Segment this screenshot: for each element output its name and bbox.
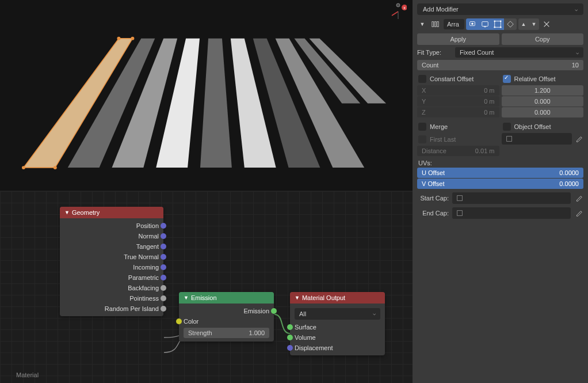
socket-random-island[interactable]: Random Per Island (60, 304, 163, 314)
editor-type-label: Material (16, 371, 39, 378)
eyedropper-icon[interactable] (574, 208, 583, 218)
socket-incoming[interactable]: Incoming (60, 262, 163, 272)
svg-point-19 (396, 3, 400, 7)
merge-checkbox[interactable]: Merge (417, 120, 499, 133)
viewport-3d[interactable]: x (0, 0, 413, 191)
apply-button[interactable]: Apply (417, 33, 499, 45)
socket-emission-out[interactable]: Emission (179, 306, 274, 316)
end-cap-field[interactable] (452, 207, 571, 219)
node-header[interactable]: ▼ Emission (179, 292, 274, 304)
socket-pointiness[interactable]: Pointiness (60, 293, 163, 304)
socket-position[interactable]: Position (60, 221, 163, 231)
svg-rect-37 (457, 211, 463, 216)
eyedropper-icon[interactable] (574, 134, 583, 143)
socket-surface[interactable]: Surface (290, 322, 385, 332)
svg-rect-26 (484, 26, 486, 27)
distance-field[interactable]: Distance0.01 m (417, 146, 499, 156)
collapse-icon[interactable]: ▼ (184, 295, 189, 301)
add-modifier-dropdown[interactable]: Add Modifier⌵ (417, 3, 583, 15)
node-title: Geometry (72, 209, 100, 216)
mode-editmode-toggle[interactable] (491, 18, 504, 30)
socket-volume[interactable]: Volume (290, 332, 385, 343)
strength-field[interactable]: Strength 1.000 (184, 328, 269, 338)
collapse-icon[interactable]: ▼ (64, 210, 70, 215)
socket-tangent[interactable]: Tangent (60, 241, 163, 252)
v-offset-field[interactable]: V Offset0.0000 (417, 179, 583, 189)
viewport-render (0, 0, 413, 191)
const-x-field[interactable]: X0 m (417, 85, 499, 96)
node-geometry[interactable]: ▼ Geometry Position Normal Tangent True … (60, 207, 163, 316)
fit-type-label: Fit Type: (417, 49, 452, 56)
socket-backfacing[interactable]: Backfacing (60, 283, 163, 293)
end-cap-label: End Cap: (417, 210, 449, 217)
node-title: Emission (191, 294, 217, 301)
mode-realtime-toggle[interactable] (479, 18, 491, 30)
socket-color-in[interactable]: Color (179, 316, 274, 327)
mode-cage-toggle[interactable] (504, 18, 517, 30)
rel-y-field[interactable]: 0.000 (502, 96, 584, 107)
collapse-icon[interactable]: ▼ (295, 295, 300, 301)
svg-marker-8 (200, 39, 232, 168)
object-offset-checkbox[interactable]: Object Offset (502, 120, 584, 133)
u-offset-field[interactable]: U Offset0.0000 (417, 168, 583, 178)
node-material-output[interactable]: ▼ Material Output All⌵ Surface Volume Di… (290, 292, 385, 355)
svg-rect-25 (482, 22, 488, 26)
svg-point-3 (131, 37, 134, 40)
mode-render-toggle[interactable] (466, 18, 479, 30)
node-header[interactable]: ▼ Material Output (290, 292, 385, 304)
start-cap-field[interactable] (452, 192, 571, 204)
array-modifier-icon (429, 18, 442, 30)
svg-point-28 (494, 20, 495, 22)
rel-x-field[interactable]: 1.200 (502, 85, 584, 96)
socket-normal[interactable]: Normal (60, 231, 163, 241)
move-down-button[interactable]: ▼ (529, 18, 539, 30)
socket-parametric[interactable]: Parametric (60, 272, 163, 283)
uvs-label: UVs: (418, 160, 582, 166)
svg-point-2 (54, 166, 57, 169)
socket-displacement[interactable]: Displacement (290, 343, 385, 353)
constant-offset-checkbox[interactable]: Constant Offset (417, 73, 499, 85)
svg-text:x: x (403, 6, 406, 10)
count-field[interactable]: Count10 (417, 60, 583, 70)
eyedropper-icon[interactable] (574, 194, 583, 203)
svg-marker-32 (507, 21, 514, 28)
node-title: Material Output (302, 294, 345, 301)
fit-type-dropdown[interactable]: Fixed Count⌵ (455, 47, 583, 58)
svg-point-31 (500, 26, 502, 28)
modifier-properties-panel: Add Modifier⌵ ▼ Arra ▲ ▼ Apply Copy Fit … (413, 0, 588, 383)
const-y-field[interactable]: Y0 m (417, 96, 499, 107)
relative-offset-checkbox[interactable]: Relative Offset (502, 73, 584, 85)
modifier-name-field[interactable]: Arra (444, 19, 464, 29)
delete-modifier-button[interactable] (541, 18, 552, 30)
svg-rect-22 (437, 22, 439, 27)
node-header[interactable]: ▼ Geometry (60, 207, 163, 218)
svg-point-29 (500, 20, 502, 22)
svg-point-4 (117, 37, 120, 40)
node-emission[interactable]: ▼ Emission Emission Color Strength 1.000 (179, 292, 274, 342)
target-select[interactable]: All⌵ (295, 308, 380, 320)
svg-rect-27 (495, 21, 501, 28)
modifier-header: ▼ Arra ▲ ▼ (417, 18, 583, 30)
svg-rect-20 (432, 22, 434, 27)
svg-point-30 (494, 26, 495, 28)
object-offset-field[interactable] (502, 133, 572, 145)
first-last-checkbox[interactable]: First Last (417, 133, 499, 146)
rel-z-field[interactable]: 0.000 (502, 107, 584, 117)
node-editor[interactable]: ▼ Geometry Position Normal Tangent True … (0, 191, 413, 383)
svg-line-15 (392, 12, 398, 16)
svg-point-24 (471, 22, 474, 25)
svg-rect-36 (457, 196, 463, 201)
svg-rect-35 (506, 136, 511, 142)
move-up-button[interactable]: ▲ (518, 18, 529, 30)
axis-widget[interactable]: x (390, 3, 407, 20)
copy-button[interactable]: Copy (502, 33, 584, 45)
const-z-field[interactable]: Z0 m (417, 107, 499, 117)
start-cap-label: Start Cap: (417, 195, 449, 202)
svg-point-1 (22, 166, 25, 169)
modifier-collapse-button[interactable]: ▼ (417, 18, 427, 30)
socket-true-normal[interactable]: True Normal (60, 252, 163, 262)
svg-rect-21 (434, 22, 436, 27)
